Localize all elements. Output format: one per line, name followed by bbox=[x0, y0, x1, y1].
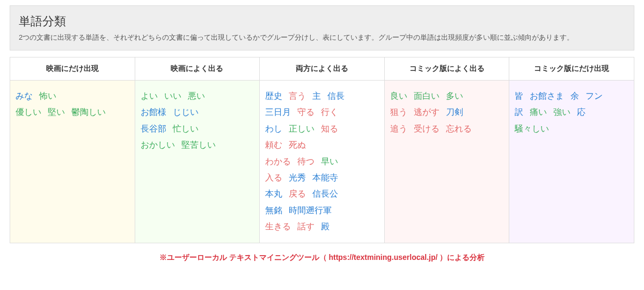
credit-line: ※ユーザーローカル テキストマイニングツール（ https://textmini… bbox=[10, 253, 634, 263]
word-item: 逃がす bbox=[414, 107, 440, 117]
table-row: みな怖い優しい堅い鬱陶しい よいいい悪いお館様じじい長谷部忙しいおかしい堅苦しい… bbox=[10, 81, 634, 243]
word-item: 良い bbox=[390, 91, 407, 100]
word-item: 無銘 bbox=[265, 206, 282, 215]
section-description: 2つの文書に出現する単語を、それぞれどちらの文書に偏って出現しているかでグループ… bbox=[19, 33, 625, 42]
word-item: お館様 bbox=[141, 107, 166, 117]
word-item: 守る bbox=[297, 107, 314, 117]
word-item: 信長公 bbox=[312, 189, 338, 198]
word-item: お館さま bbox=[530, 91, 564, 100]
word-item: 優しい bbox=[16, 107, 41, 117]
word-item: 早い bbox=[321, 157, 338, 166]
word-item: 多い bbox=[446, 91, 463, 100]
word-item: わかる bbox=[265, 157, 291, 166]
section-header: 単語分類 2つの文書に出現する単語を、それぞれどちらの文書に偏って出現しているか… bbox=[10, 5, 634, 50]
word-item: 受ける bbox=[414, 124, 440, 133]
word-item: 騒々しい bbox=[515, 124, 549, 133]
word-item: 光秀 bbox=[289, 173, 306, 182]
word-item: 狙う bbox=[390, 107, 407, 117]
word-item: 入る bbox=[265, 173, 282, 182]
word-item: 刀剣 bbox=[446, 107, 463, 117]
word-item: 面白い bbox=[414, 91, 440, 100]
word-item: 待つ bbox=[297, 157, 314, 166]
word-item: 鬱陶しい bbox=[71, 107, 106, 117]
cell-only-movie: みな怖い優しい堅い鬱陶しい bbox=[10, 81, 135, 243]
credit-link[interactable]: https://textmining.userlocal.jp/ bbox=[328, 253, 437, 262]
word-item: 主 bbox=[312, 91, 321, 100]
word-item: 戻る bbox=[289, 189, 306, 198]
word-item: 知る bbox=[321, 124, 338, 133]
col-header-only-movie: 映画にだけ出現 bbox=[10, 57, 135, 81]
word-item: 頼む bbox=[265, 140, 282, 149]
word-item: 訳 bbox=[515, 107, 523, 117]
word-item: 歴史 bbox=[265, 91, 282, 100]
word-item: いい bbox=[164, 91, 181, 100]
word-item: 忘れる bbox=[446, 124, 472, 133]
word-item: 追う bbox=[390, 124, 407, 133]
word-item: フン bbox=[586, 91, 603, 100]
col-header-both: 両方によく出る bbox=[260, 57, 385, 81]
col-header-only-comic: コミック版にだけ出現 bbox=[509, 57, 634, 81]
word-item: 正しい bbox=[289, 124, 314, 133]
word-item: 皆 bbox=[515, 91, 523, 100]
cell-often-comic: 良い面白い多い狙う逃がす刀剣追う受ける忘れる bbox=[384, 81, 509, 243]
word-item: 悪い bbox=[188, 91, 205, 100]
word-item: 行く bbox=[321, 107, 338, 117]
credit-suffix: ）による分析 bbox=[437, 253, 485, 262]
col-header-often-comic: コミック版によく出る bbox=[384, 57, 509, 81]
section-title: 単語分類 bbox=[19, 13, 625, 30]
word-item: 余 bbox=[570, 91, 579, 100]
table-header-row: 映画にだけ出現 映画によく出る 両方によく出る コミック版によく出る コミック版… bbox=[10, 57, 634, 81]
word-item: 死ぬ bbox=[289, 140, 306, 149]
word-item: 信長 bbox=[327, 91, 345, 100]
word-item: 三日月 bbox=[265, 107, 291, 117]
word-item: 言う bbox=[289, 91, 306, 100]
word-item: 忙しい bbox=[173, 124, 199, 133]
word-item: よい bbox=[141, 91, 158, 100]
word-item: 痛い bbox=[530, 107, 547, 117]
word-item: わし bbox=[265, 124, 282, 133]
word-item: 話す bbox=[297, 222, 314, 231]
word-item: おかしい bbox=[141, 140, 175, 149]
word-item: 本丸 bbox=[265, 189, 282, 198]
word-item: 本能寺 bbox=[312, 173, 338, 182]
word-item: みな bbox=[16, 91, 33, 100]
word-item: 強い bbox=[553, 107, 570, 117]
cell-both: 歴史言う主信長三日月守る行くわし正しい知る頼む死ぬわかる待つ早い入る光秀本能寺本… bbox=[260, 81, 385, 243]
credit-prefix: ※ユーザーローカル テキストマイニングツール（ bbox=[159, 253, 329, 262]
word-item: 怖い bbox=[39, 91, 56, 100]
word-classification-table: 映画にだけ出現 映画によく出る 両方によく出る コミック版によく出る コミック版… bbox=[10, 57, 634, 243]
cell-only-comic: 皆お館さま余フン訳痛い強い応騒々しい bbox=[509, 81, 634, 243]
word-item: 生きる bbox=[265, 222, 291, 231]
col-header-often-movie: 映画によく出る bbox=[135, 57, 260, 81]
word-item: 応 bbox=[577, 107, 586, 117]
cell-often-movie: よいいい悪いお館様じじい長谷部忙しいおかしい堅苦しい bbox=[135, 81, 260, 243]
word-item: 殿 bbox=[321, 222, 330, 231]
word-item: 時間遡行軍 bbox=[289, 206, 332, 215]
word-item: 堅苦しい bbox=[181, 140, 216, 149]
word-item: 長谷部 bbox=[141, 124, 166, 133]
word-item: 堅い bbox=[48, 107, 65, 117]
word-item: じじい bbox=[173, 107, 199, 117]
